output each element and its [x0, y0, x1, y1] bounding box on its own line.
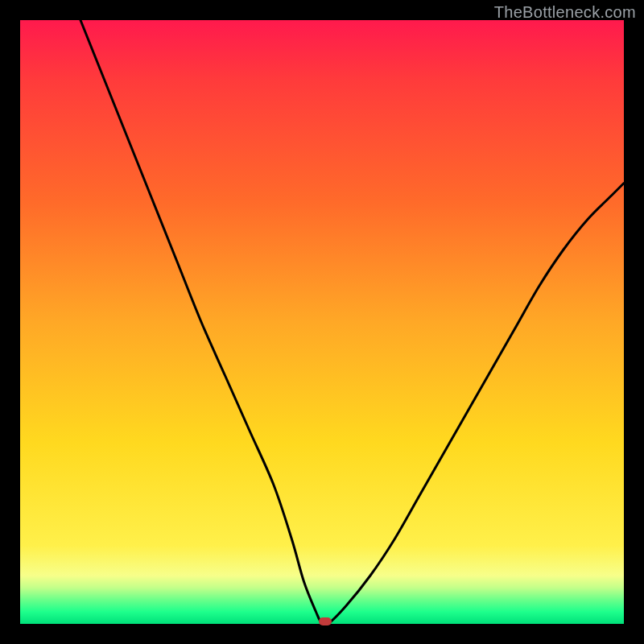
chart-canvas: TheBottleneck.com [0, 0, 644, 644]
watermark-text: TheBottleneck.com [494, 3, 636, 22]
plot-area [20, 20, 624, 624]
bottleneck-curve [20, 20, 624, 624]
bottleneck-marker [319, 617, 332, 625]
